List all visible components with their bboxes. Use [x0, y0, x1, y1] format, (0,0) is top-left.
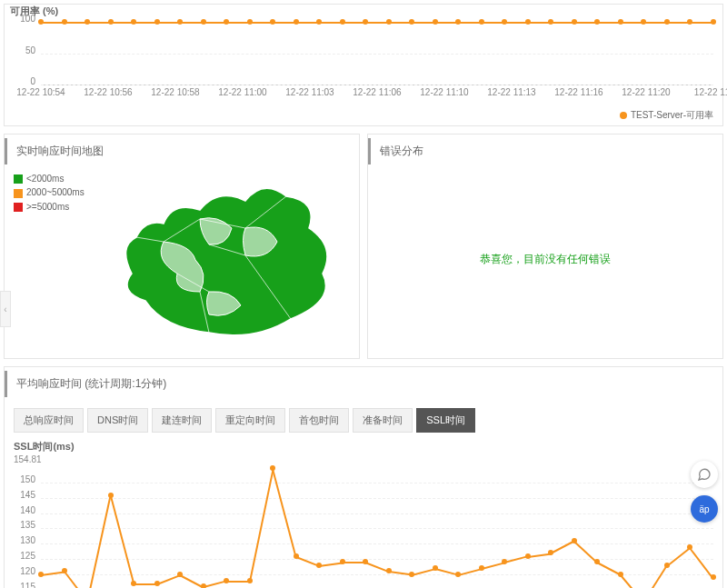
data-point[interactable] [201, 583, 206, 588]
data-point[interactable] [363, 19, 368, 25]
data-point[interactable] [711, 574, 716, 580]
data-point[interactable] [455, 19, 461, 25]
data-point[interactable] [664, 563, 670, 568]
tab-0[interactable]: 总响应时间 [14, 408, 84, 433]
data-point[interactable] [38, 572, 44, 577]
data-point[interactable] [340, 19, 345, 25]
data-point[interactable] [641, 19, 646, 25]
data-point[interactable] [131, 581, 136, 586]
collapse-sidebar-button[interactable]: ‹ [0, 291, 11, 327]
availability-panel: 可用率 (%) 050100 12-22 10:5412-22 10:5612-… [4, 4, 723, 126]
data-point[interactable] [594, 19, 600, 25]
map-legend: <2000ms 2000~5000ms >=5000ms [14, 174, 105, 349]
availability-legend: TEST-Server-可用率 [5, 105, 722, 125]
data-point[interactable] [294, 19, 299, 25]
assistant-button[interactable]: äp [691, 495, 718, 523]
data-point[interactable] [664, 19, 670, 25]
data-point[interactable] [409, 19, 414, 25]
metric-tabs: 总响应时间DNS时间建连时间重定向时间首包时间准备时间SSL时间 [5, 401, 722, 440]
data-point[interactable] [386, 568, 392, 573]
data-point[interactable] [618, 19, 623, 25]
tab-5[interactable]: 准备时间 [353, 408, 413, 433]
data-point[interactable] [340, 559, 345, 564]
tab-2[interactable]: 建连时间 [152, 408, 212, 433]
data-point[interactable] [270, 19, 275, 25]
data-point[interactable] [363, 559, 368, 564]
data-point[interactable] [479, 19, 484, 25]
avg-response-panel: 平均响应时间 (统计周期:1分钟) 总响应时间DNS时间建连时间重定向时间首包时… [4, 366, 723, 588]
data-point[interactable] [85, 19, 90, 25]
data-point[interactable] [618, 572, 623, 577]
data-point[interactable] [479, 565, 484, 571]
errors-empty-message: 恭喜您，目前没有任何错误 [368, 168, 722, 350]
availability-title: 可用率 (%) [5, 5, 722, 18]
data-point[interactable] [62, 19, 67, 25]
data-point[interactable] [38, 19, 44, 25]
data-point[interactable] [433, 565, 438, 571]
data-point[interactable] [177, 572, 183, 577]
data-point[interactable] [572, 19, 577, 25]
availability-chart[interactable]: 050100 12-22 10:5412-22 10:5612-22 10:58… [5, 18, 722, 105]
tab-6[interactable]: SSL时间 [416, 408, 475, 433]
tab-4[interactable]: 首包时间 [289, 408, 349, 433]
data-point[interactable] [548, 19, 553, 25]
data-point[interactable] [154, 581, 160, 586]
data-point[interactable] [316, 563, 322, 568]
ssl-chart[interactable]: 115120125130135140145150 12-22 10:54:001… [5, 464, 722, 588]
data-point[interactable] [409, 572, 414, 577]
response-map-panel: 实时响应时间地图 <2000ms 2000~5000ms >=5000ms [4, 134, 360, 359]
data-point[interactable] [711, 19, 716, 25]
errors-title: 错误分布 [368, 138, 722, 164]
data-point[interactable] [433, 19, 438, 25]
china-map[interactable] [105, 174, 350, 349]
error-distribution-panel: 错误分布 恭喜您，目前没有任何错误 [367, 134, 723, 359]
data-point[interactable] [177, 19, 183, 25]
ssl-title: SSL时间(ms) 154.81 [5, 440, 722, 464]
data-point[interactable] [594, 559, 600, 564]
data-point[interactable] [201, 19, 206, 25]
data-point[interactable] [455, 572, 461, 577]
avg-title: 平均响应时间 (统计周期:1分钟) [5, 371, 722, 397]
chat-icon[interactable] [691, 461, 718, 488]
data-point[interactable] [502, 559, 507, 564]
data-point[interactable] [154, 19, 160, 25]
data-point[interactable] [62, 568, 67, 573]
data-point[interactable] [525, 19, 531, 25]
data-point[interactable] [294, 553, 299, 559]
data-point[interactable] [224, 19, 229, 25]
data-point[interactable] [131, 19, 136, 25]
data-point[interactable] [687, 19, 692, 25]
data-point[interactable] [572, 538, 577, 543]
data-point[interactable] [687, 544, 692, 550]
data-point[interactable] [316, 19, 322, 25]
data-point[interactable] [108, 19, 114, 25]
data-point[interactable] [247, 19, 253, 25]
data-point[interactable] [548, 550, 553, 555]
data-point[interactable] [224, 578, 229, 583]
data-point[interactable] [502, 19, 507, 25]
data-point[interactable] [270, 465, 275, 471]
map-title: 实时响应时间地图 [5, 138, 359, 164]
data-point[interactable] [386, 19, 392, 25]
data-point[interactable] [525, 553, 531, 559]
data-point[interactable] [247, 578, 253, 583]
data-point[interactable] [108, 493, 114, 498]
tab-1[interactable]: DNS时间 [87, 408, 148, 433]
tab-3[interactable]: 重定向时间 [215, 408, 285, 433]
